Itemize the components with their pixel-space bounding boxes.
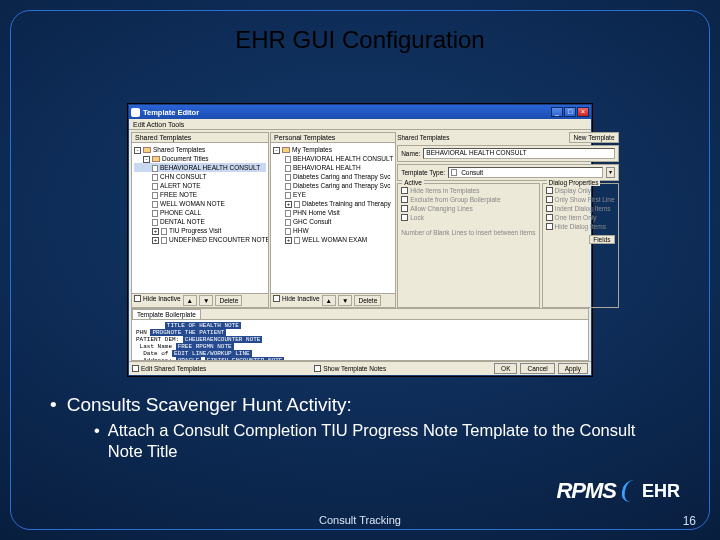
list-item[interactable]: Diabetes Caring and Therapy Svc [293, 173, 390, 180]
rpms-ehr-logo: RPMS EHR [556, 478, 680, 504]
shared-tree[interactable]: -Shared Templates -Document Titles BEHAV… [132, 143, 268, 293]
slide: EHR GUI Configuration Template Editor _ … [0, 0, 720, 540]
list-item[interactable]: WELL WOMAN NOTE [160, 200, 225, 207]
type-label: Template Type: [401, 169, 445, 176]
doc-icon [161, 237, 167, 244]
chk-label: Display Only [555, 186, 591, 195]
name-label: Name: [401, 150, 420, 157]
type-dropdown[interactable]: ▾ [606, 167, 615, 178]
list-item[interactable]: BEHAVIORAL HEALTH [293, 164, 361, 171]
folder-icon [282, 147, 290, 153]
bullet-icon: • [50, 394, 57, 416]
list-item[interactable]: UNDEFINED ENCOUNTER NOTE [169, 236, 268, 243]
active-group: Active Hide Items in Templates Exclude f… [397, 183, 539, 308]
list-item[interactable]: WELL WOMAN EXAM [302, 236, 367, 243]
list-item[interactable]: GHC Consult [293, 218, 331, 225]
move-up-button[interactable]: ▲ [183, 295, 197, 306]
chk-label: Lock [410, 213, 424, 222]
checkbox[interactable] [546, 223, 553, 230]
window-title: Template Editor [143, 108, 199, 117]
list-item[interactable]: BEHAVIORAL HEALTH CONSULT [160, 164, 260, 171]
checkbox[interactable] [401, 205, 408, 212]
tiu-field: EDIT LINE/WORKUP LINE [172, 350, 252, 357]
list-item[interactable]: Shared Templates [153, 146, 205, 153]
list-item[interactable]: EYE [293, 191, 306, 198]
bullet-level2: Attach a Consult Completion TIU Progress… [108, 420, 670, 461]
doc-icon [152, 174, 158, 181]
cancel-button[interactable]: Cancel [520, 363, 554, 374]
doc-icon [161, 228, 167, 235]
list-item[interactable]: My Templates [292, 146, 332, 153]
list-item[interactable]: Diabetes Caring and Therapy Svc [293, 182, 390, 189]
checkbox[interactable] [546, 196, 553, 203]
list-item[interactable]: PHONE CALL [160, 209, 201, 216]
list-item[interactable]: Document Titles [162, 155, 209, 162]
app-icon [131, 108, 140, 117]
maximize-button[interactable]: □ [564, 107, 576, 117]
list-item[interactable]: FREE NOTE [160, 191, 197, 198]
list-item[interactable]: BEHAVIORAL HEALTH CONSULT [293, 155, 393, 162]
expand-icon[interactable]: + [285, 237, 292, 244]
checkbox[interactable] [314, 365, 321, 372]
list-item[interactable]: PHN Home Visit [293, 209, 340, 216]
doc-icon [152, 192, 158, 199]
move-up-button[interactable]: ▲ [322, 295, 336, 306]
doc-icon [152, 201, 158, 208]
checkbox[interactable] [132, 365, 139, 372]
personal-tree[interactable]: -My Templates BEHAVIORAL HEALTH CONSULT … [271, 143, 395, 293]
doc-icon [285, 210, 291, 217]
expand-icon[interactable]: - [273, 147, 280, 154]
apply-button[interactable]: Apply [558, 363, 588, 374]
checkbox[interactable] [401, 196, 408, 203]
checkbox[interactable] [134, 295, 141, 302]
menubar[interactable]: Edit Action Tools [129, 119, 591, 130]
tiu-field: FINISH ENCOUNTER NOTE [205, 357, 285, 360]
chk-label: Indent Dialog Items [555, 204, 611, 213]
minimize-button[interactable]: _ [551, 107, 563, 117]
delete-button[interactable]: Delete [215, 295, 242, 306]
personal-header: Personal Templates [271, 133, 395, 143]
boilerplate-panel: Template Boilerplate TITLE OF HEALTH NOT… [131, 308, 589, 361]
boilerplate-text[interactable]: TITLE OF HEALTH NOTE PHN PROGNOTE THE PA… [132, 320, 588, 360]
checkbox[interactable] [273, 295, 280, 302]
tiu-field: FREE RPGMN NOTE [176, 343, 234, 350]
checkbox[interactable] [546, 187, 553, 194]
move-down-button[interactable]: ▼ [199, 295, 213, 306]
list-item[interactable]: TIU Progress Visit [169, 227, 221, 234]
ok-button[interactable]: OK [494, 363, 517, 374]
list-item[interactable]: Diabetes Training and Therapy [302, 200, 391, 207]
checkbox[interactable] [546, 205, 553, 212]
doc-icon [285, 219, 291, 226]
hide-inactive-label: Hide Inactive [143, 295, 181, 306]
delete-button[interactable]: Delete [354, 295, 381, 306]
doc-icon [152, 210, 158, 217]
new-template-button[interactable]: New Template [569, 132, 618, 143]
checkbox[interactable] [401, 214, 408, 221]
expand-icon[interactable]: - [134, 147, 141, 154]
expand-icon[interactable]: + [152, 228, 159, 235]
list-item[interactable]: HHW [293, 227, 309, 234]
preview-line: Last Name [140, 343, 172, 350]
titlebar[interactable]: Template Editor _ □ × [129, 105, 591, 119]
properties-panel: Shared Templates New Template Name: BEHA… [397, 132, 618, 308]
name-input[interactable]: BEHAVIORAL HEALTH CONSULT [423, 148, 614, 159]
checkbox[interactable] [401, 187, 408, 194]
fields-button[interactable]: Fields [589, 235, 614, 244]
doc-icon [285, 183, 291, 190]
doc-icon [152, 219, 158, 226]
bottom-bar: Edit Shared Templates Show Template Note… [129, 361, 591, 375]
tiu-field: ORACLE [176, 357, 202, 360]
list-item[interactable]: DENTAL NOTE [160, 218, 205, 225]
move-down-button[interactable]: ▼ [338, 295, 352, 306]
expand-icon[interactable]: + [152, 237, 159, 244]
edit-shared-label: Edit Shared Templates [141, 364, 206, 373]
expand-icon[interactable]: + [285, 201, 292, 208]
expand-icon[interactable]: - [143, 156, 150, 163]
checkbox[interactable] [546, 214, 553, 221]
list-item[interactable]: ALERT NOTE [160, 182, 201, 189]
folder-icon [143, 147, 151, 153]
footer-text: Consult Tracking [0, 514, 720, 526]
close-button[interactable]: × [577, 107, 589, 117]
list-item[interactable]: CHN CONSULT [160, 173, 206, 180]
tab-boilerplate[interactable]: Template Boilerplate [132, 309, 201, 319]
